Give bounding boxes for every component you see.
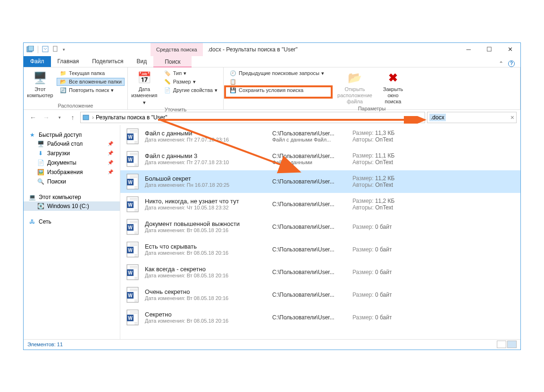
file-row[interactable]: W Секретно Дата изменения: Вт 08.05.18 2… [120,306,520,329]
size-icon: 📏 [164,79,171,85]
advanced-button[interactable]: 📋 [226,78,330,86]
save-icon: 💾 [229,87,237,93]
search-icon: 🔍 [37,178,44,185]
svg-text:W: W [128,293,133,298]
date-modified-button[interactable]: 📅 Дата изменения▾ [131,69,158,106]
file-menu[interactable]: Файл [24,56,51,67]
file-size: Размер: 0 байт [352,314,392,321]
file-title: Документ повышенной выжности [145,220,268,227]
all-subfolders-button[interactable]: 📂Все вложенные папки [57,78,125,86]
ribbon-collapse-icon[interactable]: ⌃ [499,60,503,67]
titlebar: ▾ Средства поиска .docx - Результаты пои… [24,43,520,56]
star-icon: ★ [28,132,36,138]
tab-home[interactable]: Главная [51,56,86,67]
subfolders-icon: 📂 [59,79,67,85]
file-title: Есть что скрывать [145,243,268,250]
tab-share[interactable]: Поделиться [85,56,130,67]
address-bar[interactable]: › Результаты поиска в "User" [80,112,425,123]
pc-icon: 🖥️ [33,71,47,85]
ribbon: 🖥️ Этот компьютер 📁Текущая папка 📂Все вл… [24,67,520,110]
menubar: Файл Главная Поделиться Вид Поиск ⌃ ? [24,56,520,67]
file-row[interactable]: W Никто, никогда, не узнает что тут Дата… [120,193,520,216]
group-label-location: Расположение [26,102,125,108]
sidebar-quick-access[interactable]: ★Быстрый доступ [24,131,120,139]
sidebar-item-pictures[interactable]: 🖼️Изображения📌 [24,167,120,177]
nav-up-button[interactable]: ↑ [67,112,78,123]
view-details-icon[interactable] [497,341,506,348]
type-button[interactable]: 🏷️Тип ▾ [161,69,220,77]
file-size: Размер: 0 байт [352,292,392,298]
breadcrumb-label[interactable]: Результаты поиска в "User" [96,114,167,121]
this-pc-button[interactable]: 🖥️ Этот компьютер [26,69,54,99]
file-size: Размер: 11,2 КБ [352,198,394,204]
sidebar-item-downloads[interactable]: ⬇Загрузки📌 [24,149,120,158]
nav-forward-button[interactable]: → [41,112,52,123]
file-row[interactable]: W Файл с данными Дата изменения: Пт 27.0… [120,125,520,148]
nav-recent-button[interactable]: ▾ [54,112,65,123]
pc-icon: 💻 [28,194,36,200]
window-title: .docx - Результаты поиска в "User" [208,46,298,53]
clear-search-icon[interactable]: × [511,114,514,121]
view-tiles-icon[interactable] [507,341,517,348]
sidebar-this-pc[interactable]: 💻Этот компьютер [24,193,120,201]
file-row[interactable]: W Большой секрет Дата изменения: Пн 16.0… [120,170,520,193]
tab-view[interactable]: Вид [130,56,153,67]
file-row[interactable]: W Как всегда - секретно Дата изменения: … [120,261,520,284]
nav-back-button[interactable]: ← [27,112,39,123]
ribbon-group-refine: 📅 Дата изменения▾ 🏷️Тип ▾ 📏Размер ▾ 📄Дру… [128,67,224,109]
prev-queries-button[interactable]: 🕘Предыдущие поисковые запросы ▾ [226,69,330,77]
svg-rect-2 [42,46,48,52]
sidebar: ★Быстрый доступ 🖥️Рабочий стол📌 ⬇Загрузк… [24,125,120,339]
svg-text:W: W [128,180,133,185]
file-row[interactable]: W Есть что скрывать Дата изменения: Вт 0… [120,238,520,261]
search-tools-context-tab[interactable]: Средства поиска [151,43,203,56]
svg-text:W: W [128,316,133,321]
file-date: Дата изменения: Вт 08.05.18 20:16 [145,227,268,233]
documents-icon: 📄 [37,159,44,166]
file-path: C:\Пользователи\User... [272,224,348,230]
maximize-button[interactable]: ☐ [479,43,500,56]
svg-rect-4 [83,115,89,120]
file-row[interactable]: W Файл с данными 3 Дата изменения: Пт 27… [120,148,520,170]
file-path: C:\Пользователи\User... [272,269,348,275]
pin-icon: 📌 [108,141,113,146]
downloads-icon: ⬇ [37,150,44,157]
docx-icon: W [125,263,140,282]
search-again-button[interactable]: 🔄Повторить поиск ▾ [57,86,125,94]
qa-dropdown-icon[interactable]: ▾ [63,47,65,52]
file-date: Дата изменения: Пт 27.07.18 23:10 [145,159,268,165]
other-props-button[interactable]: 📄Другие свойства ▾ [161,86,220,94]
docx-icon: W [125,150,140,168]
qa-new-icon[interactable] [52,46,60,53]
docx-icon: W [125,217,140,236]
sidebar-item-searches[interactable]: 🔍Поиски [24,177,120,186]
docx-icon: W [125,195,140,214]
file-title: Большой секрет [145,175,268,182]
save-search-button[interactable]: 💾Сохранить условия поиска [226,86,330,94]
sidebar-item-documents[interactable]: 📄Документы📌 [24,158,120,167]
size-button[interactable]: 📏Размер ▾ [161,78,220,86]
close-button[interactable]: ✕ [500,43,520,56]
file-row[interactable]: W Очень секретно Дата изменения: Вт 08.0… [120,284,520,306]
sidebar-network[interactable]: 🖧Сеть [24,217,120,226]
docx-icon: W [125,240,140,259]
explorer-window: ▾ Средства поиска .docx - Результаты пои… [23,42,521,350]
search-input[interactable]: .docx × [427,112,517,123]
statusbar: Элементов: 11 [24,339,520,350]
desktop-icon: 🖥️ [37,141,44,147]
sidebar-item-drive-c[interactable]: 💽Windows 10 (C:) [24,201,120,211]
file-title: Никто, никогда, не узнает что тут [145,198,268,205]
sidebar-item-desktop[interactable]: 🖥️Рабочий стол📌 [24,139,120,149]
minimize-button[interactable]: ─ [458,43,479,56]
file-row[interactable]: W Документ повышенной выжности Дата изме… [120,216,520,238]
main-area: ★Быстрый доступ 🖥️Рабочий стол📌 ⬇Загрузк… [24,125,520,339]
qa-properties-icon[interactable] [42,46,50,53]
tab-search[interactable]: Поиск [153,56,192,67]
search-results-icon [83,114,90,121]
refresh-icon: 🔄 [59,87,67,93]
docx-icon: W [125,127,140,146]
file-path: C:\Пользователи\User... [272,130,348,137]
current-folder-button[interactable]: 📁Текущая папка [57,69,125,77]
help-icon[interactable]: ? [508,60,515,67]
close-search-button[interactable]: ✖ Закрыть окно поиска [379,69,407,105]
